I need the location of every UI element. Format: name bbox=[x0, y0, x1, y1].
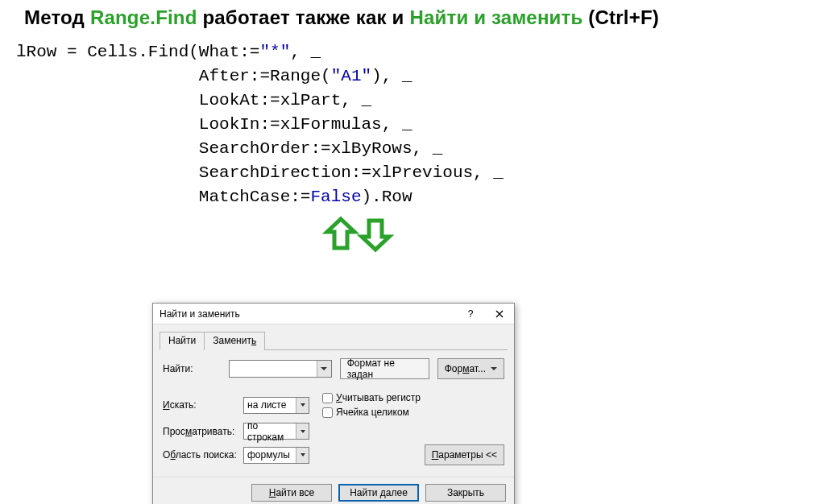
match-case-checkbox[interactable]: Учитывать регистр bbox=[322, 392, 421, 403]
dialog-footer: Найти все Найти далее Закрыть bbox=[153, 477, 514, 504]
format-status: Формат не задан bbox=[340, 358, 429, 379]
code-block: lRow = Cells.Find(What:="*", _ After:=Ra… bbox=[16, 40, 825, 209]
tab-replace[interactable]: Заменить bbox=[204, 332, 265, 350]
search-in-label: Искать: bbox=[163, 399, 243, 411]
search-order-select[interactable]: по строкам bbox=[243, 423, 309, 440]
find-all-button[interactable]: Найти все bbox=[251, 484, 332, 502]
dialog-titlebar[interactable]: Найти и заменить ? bbox=[153, 304, 514, 324]
search-order-label: Просматривать: bbox=[163, 426, 243, 437]
dialog-title: Найти и заменить bbox=[153, 308, 456, 320]
chevron-down-icon[interactable] bbox=[296, 448, 309, 463]
title-t2: работает также как и bbox=[197, 6, 410, 28]
look-in-select[interactable]: формулы bbox=[243, 447, 309, 464]
page-title: Метод Range.Find работает также как и На… bbox=[24, 6, 801, 29]
title-method: Range.Find bbox=[90, 6, 197, 28]
close-button[interactable]: Закрыть bbox=[425, 484, 506, 502]
find-replace-dialog: Найти и заменить ? Найти Заменить Найти:… bbox=[152, 303, 515, 504]
title-suffix: (Ctrl+F) bbox=[582, 6, 658, 28]
tab-find[interactable]: Найти bbox=[160, 332, 205, 350]
help-button[interactable]: ? bbox=[456, 304, 485, 324]
arrows-icon bbox=[322, 214, 825, 254]
find-input[interactable] bbox=[229, 360, 332, 378]
chevron-down-icon[interactable] bbox=[296, 398, 309, 413]
close-icon[interactable] bbox=[485, 304, 514, 324]
chevron-down-icon[interactable] bbox=[317, 361, 331, 377]
parameters-button[interactable]: Параметры << bbox=[425, 444, 504, 465]
find-next-button[interactable]: Найти далее bbox=[338, 484, 419, 502]
search-in-select[interactable]: на листе bbox=[243, 397, 309, 414]
dialog-tabs: Найти Заменить bbox=[160, 331, 508, 350]
whole-cell-checkbox[interactable]: Ячейка целиком bbox=[322, 407, 421, 418]
title-find-replace: Найти и заменить bbox=[409, 6, 582, 28]
chevron-down-icon[interactable] bbox=[296, 423, 309, 439]
title-t1: Метод bbox=[24, 6, 90, 28]
format-button[interactable]: Формат... bbox=[437, 358, 504, 379]
find-label: Найти: bbox=[163, 363, 229, 374]
chevron-down-icon bbox=[491, 367, 497, 370]
look-in-label: Область поиска: bbox=[163, 449, 243, 461]
